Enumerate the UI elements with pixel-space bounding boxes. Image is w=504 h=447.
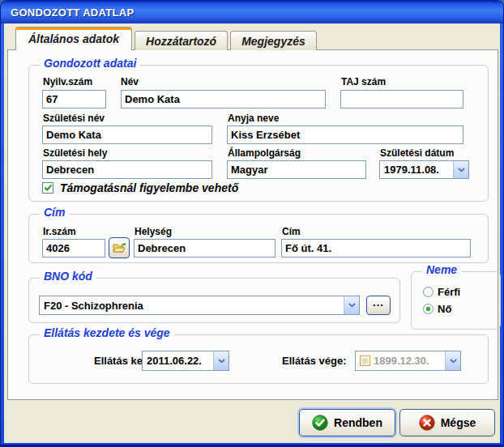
szuletesi-nev-label: Születési név	[43, 113, 105, 124]
szuletesi-datum-picker[interactable]: 1979.11.08.	[379, 160, 469, 179]
cancel-button-label: Mégse	[441, 416, 476, 429]
irszam-label: Ir.szám	[43, 226, 76, 237]
anyja-neve-input[interactable]	[227, 126, 463, 144]
group-bno-kod: BNO kód F20 - Schizophrenia ...	[28, 278, 400, 323]
ellipsis-label: ...	[373, 300, 384, 312]
tab-page-general: Gondozott adatai Nyilv.szám Név TAJ szám…	[7, 49, 498, 400]
group-gondozott-adatai: Gondozott adatai Nyilv.szám Név TAJ szám…	[28, 65, 489, 202]
titlebar[interactable]: GONDOZOTT ADATLAP	[1, 1, 503, 23]
group-title: Neme	[422, 263, 461, 276]
ok-button-label: Rendben	[334, 416, 382, 429]
tab-hozzatartozo[interactable]: Hozzátartozó	[135, 31, 228, 50]
irszam-input[interactable]	[42, 239, 105, 258]
radio-label: Férfi	[438, 286, 460, 298]
group-ellatas: Ellátás kezdete és vége Ellátás kezdete:…	[28, 334, 489, 384]
helyseg-input[interactable]	[134, 239, 275, 258]
nyilvszam-label: Nyilv.szám	[43, 76, 92, 87]
taj-input[interactable]	[340, 90, 463, 109]
group-title: Cím	[40, 206, 69, 219]
ok-check-icon	[312, 415, 328, 431]
irszam-lookup-button[interactable]	[109, 237, 130, 258]
szuletesi-hely-label: Születési hely	[43, 147, 107, 159]
group-title: Ellátás kezdete és vége	[40, 326, 174, 339]
cim-label: Cím	[282, 226, 301, 237]
dialog-window: GONDOZOTT ADATLAP Általános adatok Hozzá…	[0, 0, 504, 447]
nyilvszam-input[interactable]	[42, 90, 106, 109]
chevron-down-icon[interactable]	[453, 161, 468, 178]
helyseg-label: Helység	[135, 226, 172, 237]
ellatas-vege-checkbox[interactable]	[360, 355, 370, 366]
bno-browse-button[interactable]: ...	[366, 296, 391, 315]
ellatas-vege-value: 1899.12.30.	[374, 355, 429, 367]
nev-input[interactable]	[121, 90, 326, 109]
ellatas-vege-label: Ellátás vége:	[282, 355, 347, 367]
open-folder-icon	[113, 242, 126, 253]
support-checkbox[interactable]	[42, 182, 53, 194]
chevron-down-icon[interactable]	[445, 351, 460, 370]
radio-ferfi[interactable]: Férfi	[423, 286, 460, 298]
cancel-x-icon	[419, 415, 435, 431]
ellatas-vege-picker[interactable]: 1899.12.30.	[355, 351, 461, 371]
check-mark-icon	[44, 184, 53, 192]
tab-label: Általános adatok	[28, 32, 119, 45]
radio-icon[interactable]	[423, 287, 434, 297]
cancel-button[interactable]: Mégse	[399, 409, 495, 436]
tab-bar: Általános adatok Hozzátartozó Megjegyzés	[15, 27, 319, 50]
dialog-client-area: Általános adatok Hozzátartozó Megjegyzés…	[4, 23, 500, 443]
radio-no[interactable]: Nő	[423, 303, 451, 315]
radio-icon-selected[interactable]	[423, 304, 434, 314]
allampolgarsag-label: Állampolgárság	[228, 147, 301, 159]
support-checkbox-row[interactable]: Támogatásnál figyelembe vehető	[42, 181, 238, 194]
bno-combobox[interactable]: F20 - Schizophrenia	[39, 296, 360, 315]
support-checkbox-label: Támogatásnál figyelembe vehető	[60, 181, 238, 194]
group-cim: Cím Ir.szám Helység Cím	[28, 214, 489, 263]
ellatas-kezdete-value: 2011.06.22.	[143, 351, 213, 370]
tab-megjegyzes[interactable]: Megjegyzés	[230, 31, 317, 50]
tab-altalanos-adatok[interactable]: Általános adatok	[15, 27, 132, 50]
window-title: GONDOZOTT ADATLAP	[11, 6, 134, 19]
chevron-down-icon[interactable]	[344, 296, 359, 314]
szuletesi-datum-label: Születési dátum	[380, 147, 454, 159]
nev-label: Név	[121, 76, 139, 87]
tab-label: Megjegyzés	[241, 35, 305, 48]
anyja-neve-label: Anyja neve	[228, 113, 279, 124]
szuletesi-datum-value: 1979.11.08.	[380, 161, 453, 178]
group-title: BNO kód	[40, 270, 96, 283]
szuletesi-hely-input[interactable]	[42, 160, 212, 179]
szuletesi-nev-input[interactable]	[42, 126, 212, 144]
cim-input[interactable]	[281, 239, 471, 258]
group-title: Gondozott adatai	[40, 57, 140, 70]
tab-label: Hozzátartozó	[146, 35, 216, 48]
bno-value: F20 - Schizophrenia	[40, 296, 344, 314]
ellatas-kezdete-picker[interactable]: 2011.06.22.	[142, 351, 229, 371]
allampolgarsag-input[interactable]	[227, 160, 366, 179]
taj-label: TAJ szám	[341, 76, 386, 87]
radio-label: Nő	[438, 303, 451, 315]
chevron-down-icon[interactable]	[213, 351, 229, 370]
ok-button[interactable]: Rendben	[299, 409, 395, 436]
group-neme: Neme Férfi Nő	[411, 271, 501, 330]
